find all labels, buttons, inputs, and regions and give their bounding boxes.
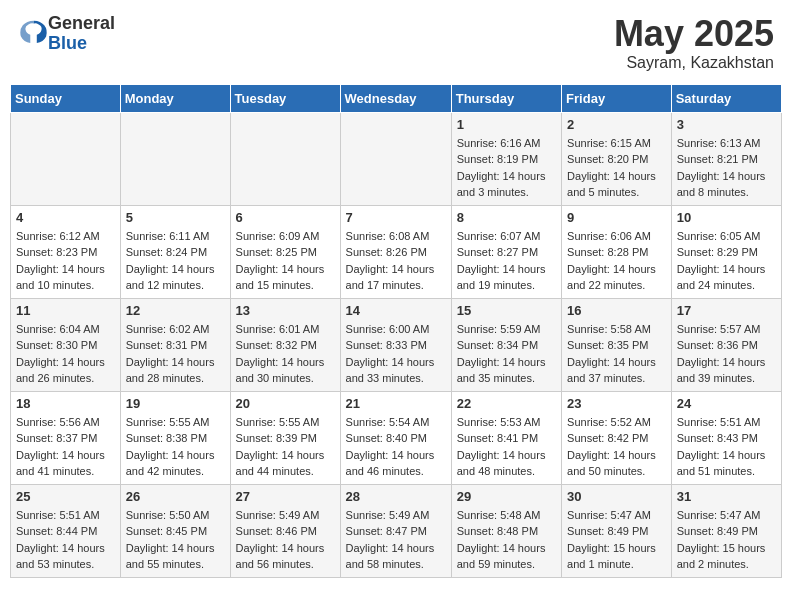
day-info: Sunrise: 6:15 AM Sunset: 8:20 PM Dayligh… xyxy=(567,135,666,201)
day-number: 4 xyxy=(16,210,115,225)
day-number: 28 xyxy=(346,489,446,504)
calendar-cell: 1Sunrise: 6:16 AM Sunset: 8:19 PM Daylig… xyxy=(451,112,561,205)
day-number: 10 xyxy=(677,210,776,225)
day-info: Sunrise: 5:51 AM Sunset: 8:44 PM Dayligh… xyxy=(16,507,115,573)
day-info: Sunrise: 5:55 AM Sunset: 8:39 PM Dayligh… xyxy=(236,414,335,480)
calendar-week-row: 11Sunrise: 6:04 AM Sunset: 8:30 PM Dayli… xyxy=(11,298,782,391)
day-number: 26 xyxy=(126,489,225,504)
day-info: Sunrise: 5:54 AM Sunset: 8:40 PM Dayligh… xyxy=(346,414,446,480)
day-info: Sunrise: 6:09 AM Sunset: 8:25 PM Dayligh… xyxy=(236,228,335,294)
day-info: Sunrise: 5:51 AM Sunset: 8:43 PM Dayligh… xyxy=(677,414,776,480)
calendar-cell: 20Sunrise: 5:55 AM Sunset: 8:39 PM Dayli… xyxy=(230,391,340,484)
calendar-cell: 22Sunrise: 5:53 AM Sunset: 8:41 PM Dayli… xyxy=(451,391,561,484)
logo: General Blue xyxy=(18,14,115,54)
day-info: Sunrise: 6:00 AM Sunset: 8:33 PM Dayligh… xyxy=(346,321,446,387)
day-number: 3 xyxy=(677,117,776,132)
logo-blue-text: Blue xyxy=(48,34,115,54)
day-info: Sunrise: 5:52 AM Sunset: 8:42 PM Dayligh… xyxy=(567,414,666,480)
day-number: 2 xyxy=(567,117,666,132)
calendar-cell: 10Sunrise: 6:05 AM Sunset: 8:29 PM Dayli… xyxy=(671,205,781,298)
calendar-cell: 7Sunrise: 6:08 AM Sunset: 8:26 PM Daylig… xyxy=(340,205,451,298)
day-number: 18 xyxy=(16,396,115,411)
logo-icon xyxy=(20,16,48,44)
day-info: Sunrise: 6:16 AM Sunset: 8:19 PM Dayligh… xyxy=(457,135,556,201)
calendar-week-row: 1Sunrise: 6:16 AM Sunset: 8:19 PM Daylig… xyxy=(11,112,782,205)
day-info: Sunrise: 5:48 AM Sunset: 8:48 PM Dayligh… xyxy=(457,507,556,573)
day-info: Sunrise: 6:13 AM Sunset: 8:21 PM Dayligh… xyxy=(677,135,776,201)
day-number: 7 xyxy=(346,210,446,225)
day-info: Sunrise: 6:12 AM Sunset: 8:23 PM Dayligh… xyxy=(16,228,115,294)
day-info: Sunrise: 5:56 AM Sunset: 8:37 PM Dayligh… xyxy=(16,414,115,480)
calendar-cell: 31Sunrise: 5:47 AM Sunset: 8:49 PM Dayli… xyxy=(671,484,781,577)
calendar-cell: 16Sunrise: 5:58 AM Sunset: 8:35 PM Dayli… xyxy=(562,298,672,391)
day-number: 23 xyxy=(567,396,666,411)
day-number: 17 xyxy=(677,303,776,318)
day-number: 15 xyxy=(457,303,556,318)
calendar-cell: 30Sunrise: 5:47 AM Sunset: 8:49 PM Dayli… xyxy=(562,484,672,577)
calendar-cell: 19Sunrise: 5:55 AM Sunset: 8:38 PM Dayli… xyxy=(120,391,230,484)
month-title: May 2025 xyxy=(614,14,774,54)
day-number: 5 xyxy=(126,210,225,225)
calendar-cell xyxy=(11,112,121,205)
day-info: Sunrise: 6:11 AM Sunset: 8:24 PM Dayligh… xyxy=(126,228,225,294)
calendar-cell: 9Sunrise: 6:06 AM Sunset: 8:28 PM Daylig… xyxy=(562,205,672,298)
logo-general-text: General xyxy=(48,14,115,34)
day-of-week-header: Tuesday xyxy=(230,84,340,112)
day-info: Sunrise: 5:55 AM Sunset: 8:38 PM Dayligh… xyxy=(126,414,225,480)
title-block: May 2025 Sayram, Kazakhstan xyxy=(614,14,774,72)
day-info: Sunrise: 6:07 AM Sunset: 8:27 PM Dayligh… xyxy=(457,228,556,294)
page-header: General Blue May 2025 Sayram, Kazakhstan xyxy=(10,10,782,76)
day-of-week-header: Friday xyxy=(562,84,672,112)
day-info: Sunrise: 6:06 AM Sunset: 8:28 PM Dayligh… xyxy=(567,228,666,294)
location: Sayram, Kazakhstan xyxy=(614,54,774,72)
calendar-cell: 11Sunrise: 6:04 AM Sunset: 8:30 PM Dayli… xyxy=(11,298,121,391)
calendar-cell: 8Sunrise: 6:07 AM Sunset: 8:27 PM Daylig… xyxy=(451,205,561,298)
header-row: SundayMondayTuesdayWednesdayThursdayFrid… xyxy=(11,84,782,112)
day-info: Sunrise: 6:05 AM Sunset: 8:29 PM Dayligh… xyxy=(677,228,776,294)
calendar-cell: 25Sunrise: 5:51 AM Sunset: 8:44 PM Dayli… xyxy=(11,484,121,577)
day-number: 6 xyxy=(236,210,335,225)
day-number: 11 xyxy=(16,303,115,318)
day-number: 24 xyxy=(677,396,776,411)
day-info: Sunrise: 5:49 AM Sunset: 8:47 PM Dayligh… xyxy=(346,507,446,573)
day-info: Sunrise: 6:08 AM Sunset: 8:26 PM Dayligh… xyxy=(346,228,446,294)
calendar-cell: 27Sunrise: 5:49 AM Sunset: 8:46 PM Dayli… xyxy=(230,484,340,577)
calendar-cell xyxy=(340,112,451,205)
calendar-cell: 26Sunrise: 5:50 AM Sunset: 8:45 PM Dayli… xyxy=(120,484,230,577)
calendar-cell xyxy=(120,112,230,205)
calendar-table: SundayMondayTuesdayWednesdayThursdayFrid… xyxy=(10,84,782,578)
day-info: Sunrise: 5:58 AM Sunset: 8:35 PM Dayligh… xyxy=(567,321,666,387)
calendar-cell: 14Sunrise: 6:00 AM Sunset: 8:33 PM Dayli… xyxy=(340,298,451,391)
day-info: Sunrise: 5:47 AM Sunset: 8:49 PM Dayligh… xyxy=(567,507,666,573)
calendar-cell: 2Sunrise: 6:15 AM Sunset: 8:20 PM Daylig… xyxy=(562,112,672,205)
day-number: 20 xyxy=(236,396,335,411)
day-number: 12 xyxy=(126,303,225,318)
calendar-cell: 17Sunrise: 5:57 AM Sunset: 8:36 PM Dayli… xyxy=(671,298,781,391)
calendar-cell: 28Sunrise: 5:49 AM Sunset: 8:47 PM Dayli… xyxy=(340,484,451,577)
day-info: Sunrise: 6:04 AM Sunset: 8:30 PM Dayligh… xyxy=(16,321,115,387)
day-of-week-header: Sunday xyxy=(11,84,121,112)
day-of-week-header: Saturday xyxy=(671,84,781,112)
day-number: 16 xyxy=(567,303,666,318)
calendar-cell: 18Sunrise: 5:56 AM Sunset: 8:37 PM Dayli… xyxy=(11,391,121,484)
logo-text: General Blue xyxy=(48,14,115,54)
calendar-cell: 13Sunrise: 6:01 AM Sunset: 8:32 PM Dayli… xyxy=(230,298,340,391)
day-number: 22 xyxy=(457,396,556,411)
day-number: 9 xyxy=(567,210,666,225)
day-number: 1 xyxy=(457,117,556,132)
day-of-week-header: Wednesday xyxy=(340,84,451,112)
day-info: Sunrise: 5:50 AM Sunset: 8:45 PM Dayligh… xyxy=(126,507,225,573)
calendar-cell: 4Sunrise: 6:12 AM Sunset: 8:23 PM Daylig… xyxy=(11,205,121,298)
day-info: Sunrise: 6:02 AM Sunset: 8:31 PM Dayligh… xyxy=(126,321,225,387)
day-number: 29 xyxy=(457,489,556,504)
day-info: Sunrise: 5:47 AM Sunset: 8:49 PM Dayligh… xyxy=(677,507,776,573)
calendar-body: 1Sunrise: 6:16 AM Sunset: 8:19 PM Daylig… xyxy=(11,112,782,577)
calendar-cell: 12Sunrise: 6:02 AM Sunset: 8:31 PM Dayli… xyxy=(120,298,230,391)
day-number: 30 xyxy=(567,489,666,504)
day-number: 14 xyxy=(346,303,446,318)
calendar-cell: 3Sunrise: 6:13 AM Sunset: 8:21 PM Daylig… xyxy=(671,112,781,205)
day-number: 21 xyxy=(346,396,446,411)
calendar-week-row: 25Sunrise: 5:51 AM Sunset: 8:44 PM Dayli… xyxy=(11,484,782,577)
calendar-cell: 5Sunrise: 6:11 AM Sunset: 8:24 PM Daylig… xyxy=(120,205,230,298)
day-number: 8 xyxy=(457,210,556,225)
